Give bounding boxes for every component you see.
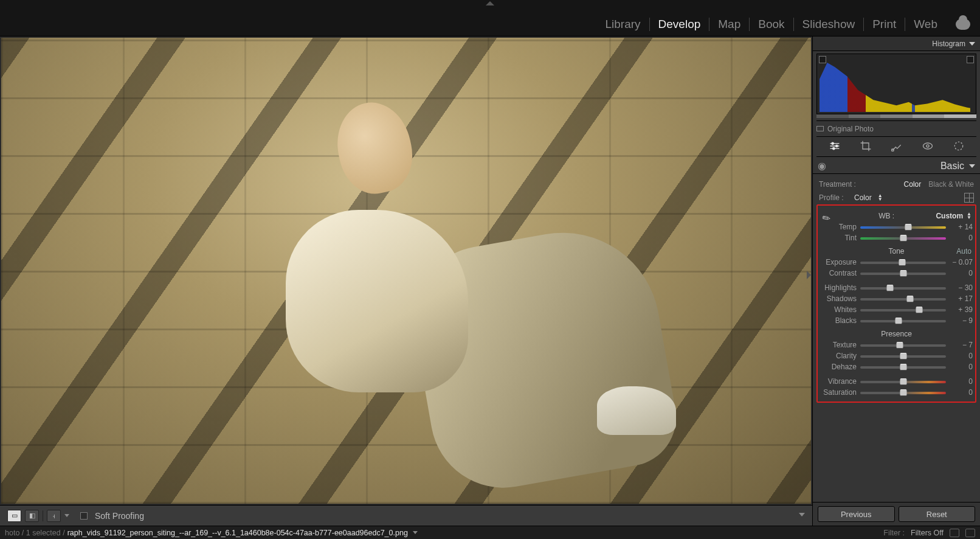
wb-preset-value[interactable]: Custom (936, 212, 963, 220)
histogram[interactable] (816, 54, 976, 114)
basic-panel-header[interactable]: ◉ Basic (813, 158, 980, 174)
shadows-value[interactable]: + 17 (950, 294, 973, 303)
profile-value[interactable]: Color (854, 193, 872, 202)
histogram-panel-header[interactable]: Histogram (813, 37, 980, 51)
collapse-icon (969, 164, 975, 168)
crop-tool-icon[interactable] (860, 140, 872, 154)
dehaze-slider[interactable] (860, 363, 946, 370)
contrast-slider-row: Contrast 0 (820, 268, 973, 279)
texture-slider-row: Texture − 7 (820, 339, 973, 350)
tab-map[interactable]: Map (709, 18, 750, 31)
expand-top-panel-caret[interactable] (486, 1, 494, 5)
highlights-slider-row: Highlights − 30 (820, 282, 973, 293)
svg-point-0 (832, 142, 833, 144)
tab-book[interactable]: Book (750, 18, 793, 31)
dehaze-slider-row: Dehaze 0 (820, 361, 973, 372)
tint-slider-row: Tint 0 (820, 232, 973, 243)
histogram-zone-ramp (816, 114, 976, 118)
blacks-value[interactable]: − 9 (950, 316, 973, 325)
tab-slideshow[interactable]: Slideshow (794, 18, 864, 31)
before-after-button[interactable]: ⫞ (47, 510, 61, 522)
texture-slider[interactable] (860, 341, 946, 349)
status-filename: raph_vids_91192_person_siting_--ar_169_-… (67, 529, 408, 537)
svg-rect-3 (891, 149, 893, 151)
cloud-sync-icon[interactable] (956, 19, 970, 30)
saturation-slider[interactable] (860, 389, 946, 396)
tab-develop[interactable]: Develop (650, 18, 710, 31)
photo-placeholder (1, 38, 811, 504)
dehaze-value[interactable]: 0 (950, 363, 973, 371)
temp-slider-row: Temp + 14 (820, 221, 973, 232)
presence-label: Presence (881, 330, 912, 338)
exposure-value[interactable]: − 0.07 (950, 258, 973, 266)
tab-print[interactable]: Print (864, 18, 905, 31)
before-after-menu-caret[interactable] (64, 514, 69, 517)
temp-slider[interactable] (860, 223, 946, 231)
highlight-clipping-toggle[interactable] (967, 56, 974, 63)
whites-label: Whites (820, 305, 857, 314)
basic-sliders-highlight: ✎ WB : Custom ▲▼ Temp + 14 Tint 0 (816, 204, 976, 403)
whites-value[interactable]: + 39 (950, 305, 973, 314)
image-viewport[interactable] (0, 37, 812, 505)
tab-web[interactable]: Web (905, 18, 946, 31)
contrast-value[interactable]: 0 (950, 269, 973, 277)
tint-slider[interactable] (860, 234, 946, 242)
filter-toggle-icon[interactable] (950, 529, 959, 537)
texture-value[interactable]: − 7 (950, 341, 973, 349)
vibrance-slider[interactable] (860, 378, 946, 385)
develop-right-panel: Histogram Original Photo (812, 37, 980, 526)
profile-row: Profile : Color ▲▼ (816, 191, 976, 204)
wb-label: WB : (841, 212, 932, 220)
profile-browser-icon[interactable] (964, 193, 974, 203)
clarity-label: Clarity (820, 352, 857, 360)
filter-value[interactable]: Filters Off (911, 529, 944, 537)
clarity-slider[interactable] (860, 352, 946, 360)
temp-value[interactable]: + 14 (950, 223, 973, 231)
treatment-color-option[interactable]: Color (904, 180, 922, 189)
svg-point-2 (832, 147, 834, 149)
vibrance-value[interactable]: 0 (950, 377, 973, 386)
shadow-clipping-toggle[interactable] (819, 56, 826, 63)
vibrance-label: Vibrance (820, 377, 857, 386)
status-filename-menu-icon[interactable] (413, 531, 418, 534)
develop-footer: Previous Reset (813, 502, 980, 526)
healing-tool-icon[interactable] (891, 140, 903, 154)
exposure-slider[interactable] (860, 259, 946, 266)
redeye-tool-icon[interactable] (922, 140, 934, 154)
reset-button[interactable]: Reset (899, 506, 976, 522)
auto-tone-button[interactable]: Auto (956, 247, 971, 256)
masking-tool-icon[interactable] (953, 140, 965, 154)
tint-value[interactable]: 0 (950, 234, 973, 242)
highlights-label: Highlights (820, 283, 857, 292)
vibrance-slider-row: Vibrance 0 (820, 376, 973, 387)
saturation-value[interactable]: 0 (950, 388, 973, 397)
highlights-value[interactable]: − 30 (950, 283, 973, 292)
filter-lock-icon[interactable] (965, 529, 975, 537)
toolbar-options-caret[interactable] (799, 513, 805, 516)
svg-point-4 (923, 143, 932, 149)
status-selection: hoto / 1 selected / (5, 529, 65, 537)
contrast-slider[interactable] (860, 270, 946, 277)
exposure-label: Exposure (820, 258, 857, 266)
original-photo-row[interactable]: Original Photo (816, 120, 976, 134)
treatment-label: Treatment : (819, 180, 897, 189)
blacks-slider-row: Blacks − 9 (820, 315, 973, 326)
whites-slider[interactable] (860, 306, 946, 313)
soft-proofing-checkbox[interactable] (80, 512, 88, 520)
highlights-slider[interactable] (860, 284, 946, 291)
edit-sliders-tool-icon[interactable] (829, 140, 841, 154)
expand-right-panel-caret[interactable] (807, 271, 811, 279)
shadows-slider[interactable] (860, 295, 946, 302)
collapse-icon (969, 42, 975, 46)
canvas-toolbar: ▭ ◧ ⫞ Soft Proofing (0, 505, 812, 526)
tab-library[interactable]: Library (597, 18, 650, 31)
contrast-label: Contrast (820, 269, 857, 277)
clarity-value[interactable]: 0 (950, 352, 973, 360)
clarity-slider-row: Clarity 0 (820, 350, 973, 361)
panel-visibility-eye-icon[interactable]: ◉ (818, 160, 826, 172)
treatment-bw-option[interactable]: Black & White (928, 180, 974, 189)
previous-button[interactable]: Previous (818, 506, 895, 522)
compare-view-button[interactable]: ◧ (25, 510, 39, 522)
blacks-slider[interactable] (860, 317, 946, 324)
loupe-view-button[interactable]: ▭ (7, 510, 21, 522)
